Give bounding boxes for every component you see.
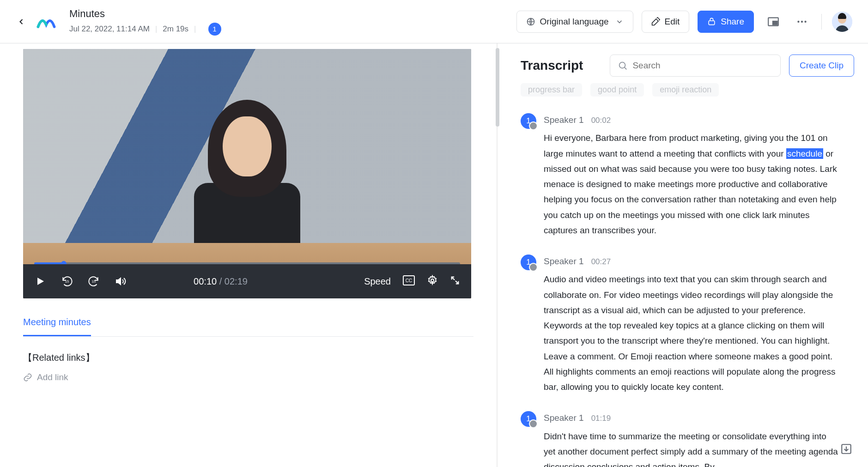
- svg-text:15: 15: [65, 279, 69, 284]
- volume-icon[interactable]: [115, 275, 127, 287]
- svg-point-6: [804, 20, 806, 22]
- add-link-label: Add link: [37, 372, 68, 382]
- transcript-text[interactable]: Hi everyone, Barbara here from product m…: [544, 130, 839, 238]
- keyword-chip[interactable]: good point: [590, 83, 644, 97]
- play-icon[interactable]: [34, 275, 46, 287]
- download-icon[interactable]: [840, 443, 852, 455]
- video-player[interactable]: 15 15 00:10 / 02:19 Speed CC: [23, 49, 471, 298]
- speaker-avatar[interactable]: 1: [521, 411, 536, 427]
- edit-button[interactable]: Edit: [642, 11, 690, 33]
- transcript-text[interactable]: Audio and video meetings into text that …: [544, 272, 839, 394]
- svg-line-17: [625, 67, 627, 70]
- time-sep: /: [217, 276, 225, 286]
- captions-icon[interactable]: CC: [403, 275, 415, 287]
- search-input[interactable]: [610, 55, 781, 77]
- svg-rect-1: [709, 21, 715, 25]
- transcript-title: Transcript: [521, 58, 583, 73]
- meeting-duration: 2m 19s: [163, 24, 188, 34]
- add-link-button[interactable]: Add link: [23, 372, 473, 382]
- speed-button[interactable]: Speed: [364, 276, 391, 287]
- share-button[interactable]: Share: [698, 11, 754, 33]
- keyword-chip[interactable]: emoji reaction: [652, 83, 719, 97]
- create-clip-button[interactable]: Create Clip: [789, 55, 854, 77]
- speaker-name[interactable]: Speaker 1: [544, 112, 584, 127]
- back-button[interactable]: [13, 13, 30, 30]
- keyword-chip[interactable]: progress bar: [521, 83, 582, 97]
- search-icon: [618, 61, 628, 71]
- svg-rect-3: [773, 21, 777, 24]
- original-language-label: Original language: [540, 17, 609, 27]
- transcript-entry[interactable]: 1Speaker 101:19Didn't have time to summa…: [521, 410, 854, 467]
- fullscreen-icon[interactable]: [450, 275, 460, 287]
- highlighted-word: schedule: [786, 148, 823, 159]
- svg-text:15: 15: [92, 279, 96, 284]
- speaker-name[interactable]: Speaker 1: [544, 254, 584, 269]
- page-title: Minutes: [69, 8, 221, 20]
- transcript-entry[interactable]: 1Speaker 100:27Audio and video meetings …: [521, 254, 854, 394]
- current-time: 00:10: [194, 276, 217, 286]
- transcript-text[interactable]: Didn't have time to summarize the meetin…: [544, 429, 839, 467]
- svg-point-5: [801, 20, 803, 22]
- search-field[interactable]: [632, 61, 773, 71]
- svg-marker-9: [37, 278, 44, 285]
- edit-label: Edit: [665, 17, 680, 27]
- total-time: 02:19: [225, 276, 248, 286]
- participant-badge[interactable]: 1: [208, 23, 221, 36]
- tab-meeting-minutes[interactable]: Meeting minutes: [23, 317, 91, 336]
- related-links-heading: 【Related links】: [23, 352, 473, 364]
- svg-text:CC: CC: [406, 278, 412, 283]
- picture-in-picture-icon[interactable]: [764, 12, 783, 31]
- speaker-name[interactable]: Speaker 1: [544, 410, 584, 425]
- rewind-15-icon[interactable]: 15: [61, 275, 73, 287]
- svg-marker-12: [116, 278, 121, 285]
- profile-avatar[interactable]: [832, 12, 852, 32]
- speaker-avatar[interactable]: 1: [521, 255, 536, 270]
- timestamp[interactable]: 01:19: [591, 412, 611, 425]
- speaker-avatar[interactable]: 1: [521, 113, 536, 129]
- original-language-dropdown[interactable]: Original language: [516, 11, 633, 33]
- timestamp[interactable]: 00:02: [591, 114, 611, 127]
- svg-point-15: [431, 279, 434, 282]
- settings-icon[interactable]: [427, 275, 438, 288]
- divider: |: [194, 24, 196, 34]
- forward-15-icon[interactable]: 15: [88, 275, 100, 287]
- divider: |: [155, 24, 157, 34]
- divider: [821, 14, 822, 30]
- transcript-entry[interactable]: 1Speaker 100:02Hi everyone, Barbara here…: [521, 112, 854, 238]
- meeting-date: Jul 22, 2022, 11:14 AM: [69, 24, 150, 34]
- share-label: Share: [721, 17, 744, 27]
- timestamp[interactable]: 00:27: [591, 255, 611, 269]
- svg-point-16: [619, 62, 625, 68]
- more-icon[interactable]: [793, 12, 811, 31]
- app-logo: [35, 11, 57, 33]
- svg-point-4: [797, 20, 799, 22]
